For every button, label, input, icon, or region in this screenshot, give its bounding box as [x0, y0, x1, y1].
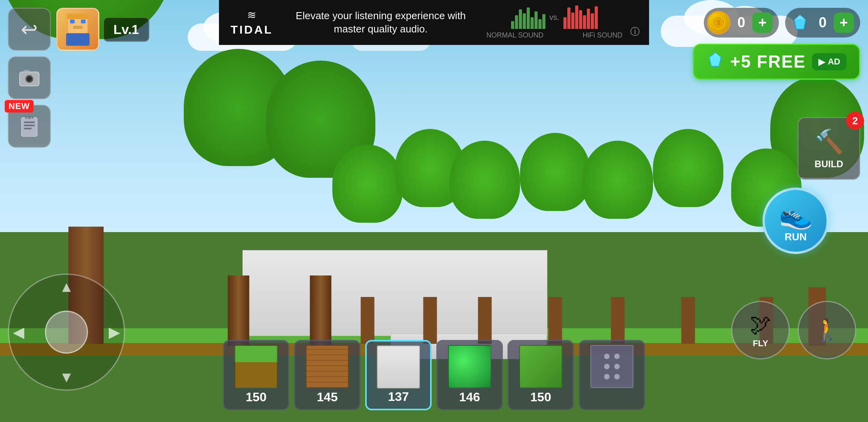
camera-button[interactable] [8, 56, 51, 99]
camera-icon [18, 66, 41, 89]
sound-labels: NORMAL SOUND HiFi SOUND [486, 31, 622, 39]
normal-sound-label: NORMAL SOUND [486, 31, 543, 39]
gems-row: 0 + [785, 8, 860, 38]
joystick-inner[interactable] [45, 311, 88, 354]
inventory-bar: 150 145 137 146 150 [223, 340, 645, 410]
top-left-controls: ↩ Lv.1 [8, 8, 149, 148]
player-level: Lv.1 [103, 17, 149, 42]
build-count-badge: 2 [846, 112, 864, 130]
svg-rect-4 [66, 33, 90, 46]
build-button-wrap: 2 🔨 BUILD [798, 117, 860, 180]
tree-far-3 [450, 215, 520, 344]
add-coins-button[interactable]: + [752, 13, 773, 33]
currency-area: $ 0 + 0 + [704, 8, 860, 38]
joystick-outer[interactable]: ▲ ▼ ◀ ▶ [8, 274, 125, 391]
svg-text:$: $ [717, 20, 721, 26]
ad-description-text: Elevate your listening experience with m… [283, 9, 479, 36]
gem-icon [788, 11, 812, 34]
svg-rect-13 [24, 128, 32, 129]
coin-icon: $ [707, 11, 730, 34]
ad-banner[interactable]: ≋ TIDAL Elevate your listening experienc… [219, 0, 649, 45]
dots-grid [604, 354, 620, 379]
tree-leaves [520, 133, 590, 211]
tree-trunk [310, 275, 332, 346]
svg-rect-2 [81, 20, 86, 23]
inventory-slot-wood[interactable]: 145 [294, 340, 360, 410]
tree-far-6 [649, 203, 727, 344]
hifi-sound-label: HiFi SOUND [583, 31, 622, 39]
inventory-slot-more[interactable] [579, 340, 645, 410]
inventory-slot-grass[interactable]: 150 [223, 340, 289, 410]
player-info: Lv.1 [56, 8, 149, 51]
gem-count: 0 [815, 14, 830, 31]
tree-leaves [583, 141, 653, 219]
grass-block-icon [235, 345, 278, 388]
notes-icon [18, 114, 41, 138]
notes-button-wrap: NEW [8, 105, 51, 148]
snow-block-icon [377, 345, 420, 388]
tree-trunk [611, 297, 625, 344]
free-gems-button[interactable]: +5 FREE ▶ AD [693, 44, 860, 80]
joystick-left-arrow: ◀ [13, 324, 24, 341]
inventory-slot-emerald[interactable]: 146 [436, 340, 503, 410]
run-button[interactable]: 👟 RUN [762, 188, 829, 254]
wings-icon: 🕊 [750, 312, 771, 337]
free-gems-label: +5 FREE [730, 52, 806, 72]
tree-trunk [423, 297, 437, 344]
emerald-block-icon [448, 345, 491, 388]
leaf-count: 150 [530, 390, 551, 404]
tree-trunk [549, 297, 562, 344]
add-gems-button[interactable]: + [834, 13, 854, 33]
svg-point-8 [27, 76, 32, 82]
tidal-wave-icon: ≋ [247, 9, 257, 21]
tidal-brand-name: TIDAL [231, 23, 273, 36]
inventory-slot-leaf[interactable]: 150 [508, 340, 574, 410]
fly-button[interactable]: 🕊 FLY [731, 301, 790, 359]
new-badge: NEW [5, 100, 34, 113]
top-right-ui: $ 0 + 0 + +5 FREE [693, 8, 860, 80]
svg-rect-10 [22, 118, 37, 136]
run-shoe-icon: 👟 [779, 199, 813, 231]
svg-rect-1 [70, 20, 75, 23]
back-button[interactable]: ↩ [8, 8, 51, 51]
svg-rect-12 [24, 125, 35, 126]
tree-trunk [681, 297, 695, 344]
bottom-right-controls: 🕊 FLY 🚶 [731, 301, 856, 359]
ad-label: AD [828, 57, 840, 67]
ad-info-icon: ⓘ [630, 25, 640, 38]
run-label: RUN [785, 231, 807, 243]
more-blocks-icon [590, 345, 633, 388]
svg-point-15 [25, 116, 27, 119]
hammer-icon: 🔨 [814, 128, 844, 156]
walk-button[interactable]: 🚶 [798, 301, 856, 359]
tree-leaves [450, 141, 520, 219]
fly-label: FLY [753, 338, 768, 349]
tidal-logo: ≋ TIDAL [228, 9, 275, 36]
svg-rect-11 [24, 122, 35, 123]
wood-block-icon [306, 345, 349, 388]
svg-rect-9 [24, 70, 29, 73]
inventory-slot-snow[interactable]: 137 [365, 340, 432, 410]
joystick-down-arrow: ▼ [59, 369, 74, 386]
leaf-block-icon [519, 345, 562, 388]
joystick-area[interactable]: ▲ ▼ ◀ ▶ [8, 274, 125, 391]
wood-count: 145 [317, 390, 337, 404]
joystick-up-arrow: ▲ [59, 279, 74, 295]
build-label: BUILD [814, 159, 843, 170]
tree-trunk [228, 275, 249, 346]
joystick-right-arrow: ▶ [109, 324, 120, 341]
free-gem-icon [707, 51, 724, 72]
svg-rect-5 [67, 14, 89, 19]
grass-count: 150 [246, 390, 266, 404]
coins-row: $ 0 + [704, 8, 779, 38]
ad-play-button[interactable]: ▶ AD [812, 53, 846, 70]
walk-icon: 🚶 [814, 317, 841, 342]
tree-trunk [478, 297, 492, 344]
tree-trunk [361, 297, 375, 344]
coin-count: 0 [733, 14, 749, 31]
svg-rect-3 [73, 26, 82, 29]
tree-far-5 [583, 215, 653, 344]
svg-point-14 [28, 116, 31, 119]
avatar [56, 8, 99, 51]
normal-sound-waveform: vs. [511, 5, 598, 29]
